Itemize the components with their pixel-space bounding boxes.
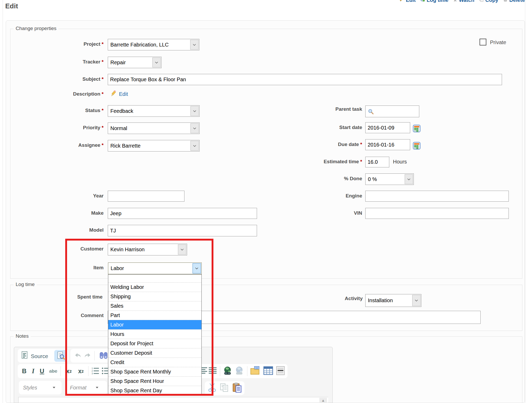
item-option[interactable]: Credit — [108, 358, 201, 367]
trash-icon — [503, 0, 508, 3]
copy-button[interactable] — [219, 383, 229, 393]
chevron-down-icon[interactable] — [190, 106, 199, 116]
item-option[interactable]: Customer Deposit — [108, 348, 201, 358]
delete-action-link[interactable]: Delete — [503, 0, 525, 3]
item-select[interactable]: Labor — [108, 262, 202, 274]
vin-label: VIN — [261, 210, 362, 216]
italic-button[interactable]: I — [30, 367, 37, 375]
tracker-label: Tracker* — [16, 59, 104, 65]
due-date-input[interactable] — [365, 139, 410, 150]
watch-action-link[interactable]: ★ Watch — [453, 0, 474, 3]
vin-input[interactable] — [365, 208, 509, 219]
horizontal-rule-button[interactable] — [276, 366, 285, 376]
notes-legend: Notes — [14, 333, 31, 339]
toolbar-separator — [94, 351, 95, 360]
customer-label: Customer — [16, 246, 104, 252]
item-option[interactable]: Labor — [108, 320, 201, 329]
model-input[interactable] — [108, 225, 257, 236]
remove-link-button[interactable] — [234, 366, 244, 376]
chevron-down-icon[interactable] — [152, 57, 161, 67]
numbered-list-button[interactable]: 123 — [91, 367, 100, 376]
engine-input[interactable] — [365, 191, 509, 202]
insert-link-button[interactable] — [223, 366, 232, 376]
chevron-down-icon[interactable] — [412, 295, 421, 306]
find-replace-button[interactable] — [99, 352, 108, 360]
log-time-legend: Log time — [14, 282, 37, 287]
justify-button[interactable] — [208, 367, 217, 376]
item-option[interactable]: Hours — [108, 329, 201, 339]
item-option[interactable]: Welding Labor — [108, 282, 201, 292]
styles-dropdown[interactable]: Styles — [19, 381, 62, 394]
strikethrough-button[interactable]: abe — [48, 367, 58, 375]
item-option[interactable] — [108, 274, 201, 282]
source-button-label: Source — [31, 353, 48, 359]
insert-image-button[interactable] — [250, 366, 260, 376]
engine-label: Engine — [261, 193, 362, 199]
format-dropdown[interactable]: Format — [66, 381, 107, 394]
item-option[interactable]: Sales — [108, 301, 201, 311]
year-input[interactable] — [108, 191, 184, 202]
parent-task-label: Parent task — [261, 106, 362, 112]
editor-content-area[interactable] — [18, 397, 328, 403]
underline-button[interactable]: U — [38, 367, 46, 375]
source-button[interactable] — [21, 352, 29, 360]
subject-input[interactable] — [108, 74, 502, 85]
item-option[interactable]: Shop Space Rent Day — [108, 386, 201, 395]
status-label: Status* — [16, 108, 104, 113]
chevron-down-icon — [53, 387, 55, 388]
comment-label: Comment — [16, 313, 104, 318]
make-input[interactable] — [108, 208, 257, 219]
cut-button[interactable] — [207, 383, 217, 393]
chevron-down-icon[interactable] — [178, 244, 186, 255]
subscript-button[interactable]: x2 — [64, 367, 74, 375]
redo-button[interactable] — [83, 352, 92, 359]
estimated-time-input[interactable] — [365, 157, 389, 167]
activity-select[interactable]: Installation — [365, 294, 421, 307]
tracker-select[interactable]: Repair — [108, 57, 162, 68]
item-option[interactable]: Shop Space Rent Monthly — [108, 367, 201, 376]
spent-time-label: Spent time — [16, 294, 103, 300]
horizontal-rule-icon — [276, 366, 285, 376]
make-label: Make — [16, 210, 104, 216]
preview-button[interactable] — [54, 350, 67, 362]
assignee-select[interactable]: Rick Barrette — [108, 140, 200, 151]
log-time-action-link[interactable]: Log time — [420, 0, 448, 3]
chevron-down-icon[interactable] — [193, 263, 201, 273]
item-option[interactable]: Shop Space Rent Hour — [108, 376, 201, 386]
edit-action-link[interactable]: Edit — [399, 0, 416, 3]
copy-action-link[interactable]: Copy — [479, 0, 498, 3]
paste-button[interactable] — [232, 383, 242, 393]
percent-done-label: % Done — [261, 176, 362, 182]
svg-text:1: 1 — [92, 367, 93, 370]
styles-dropdown-label: Styles — [23, 385, 37, 391]
private-checkbox[interactable] — [480, 39, 486, 45]
calendar-icon[interactable] — [413, 125, 421, 133]
item-option[interactable]: Shipping — [108, 292, 201, 301]
superscript-button[interactable]: x2 — [76, 367, 86, 375]
chevron-down-icon[interactable] — [190, 141, 199, 151]
calendar-icon[interactable] — [413, 142, 421, 151]
item-option[interactable]: Deposit for Project — [108, 339, 201, 348]
item-option[interactable]: Part — [108, 311, 201, 320]
private-label: Private — [490, 39, 506, 45]
project-select[interactable]: Barrette Fabrication, LLC — [108, 39, 199, 50]
insert-table-button[interactable] — [263, 366, 273, 376]
chevron-down-icon[interactable] — [190, 40, 199, 50]
chevron-down-icon[interactable] — [190, 123, 199, 133]
scissors-icon — [208, 383, 216, 393]
priority-select[interactable]: Normal — [108, 122, 200, 134]
editor-scroll-up-button[interactable]: ▲ — [319, 398, 327, 403]
clock-plus-icon — [420, 0, 425, 3]
bold-button[interactable]: B — [20, 367, 28, 375]
undo-button[interactable] — [74, 352, 82, 359]
start-date-input[interactable] — [365, 122, 410, 133]
chevron-down-icon[interactable] — [405, 174, 413, 184]
percent-done-select[interactable]: 0 % — [365, 173, 414, 185]
table-icon — [263, 366, 273, 376]
source-code-icon — [21, 351, 28, 360]
status-select[interactable]: Feedback — [108, 105, 200, 117]
customer-select[interactable]: Kevin Harrison — [108, 244, 187, 255]
toolbar-separator — [61, 366, 61, 376]
preview-icon — [57, 351, 65, 361]
description-edit-link[interactable]: Edit — [119, 91, 128, 97]
